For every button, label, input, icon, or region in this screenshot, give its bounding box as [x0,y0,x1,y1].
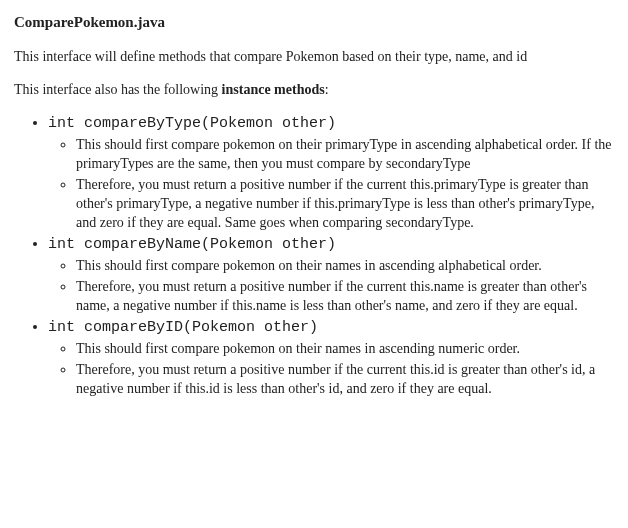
methods-intro-bold: instance methods [222,82,325,97]
intro-paragraph: This interface will define methods that … [14,48,614,67]
list-item: int compareByType(Pokemon other) This sh… [48,114,614,233]
method-signature: int compareByType(Pokemon other) [48,115,336,132]
page-title: ComparePokemon.java [14,12,614,32]
methods-intro-post: : [325,82,329,97]
method-detail-list: This should first compare pokemon on the… [48,136,614,232]
list-item: Therefore, you must return a positive nu… [76,278,614,316]
methods-list: int compareByType(Pokemon other) This sh… [14,114,614,399]
methods-intro: This interface also has the following in… [14,81,614,100]
method-signature: int compareByName(Pokemon other) [48,236,336,253]
list-item: int compareByID(Pokemon other) This shou… [48,318,614,399]
document-page: ComparePokemon.java This interface will … [0,0,628,419]
methods-intro-pre: This interface also has the following [14,82,222,97]
list-item: This should first compare pokemon on the… [76,340,614,359]
list-item: This should first compare pokemon on the… [76,257,614,276]
list-item: Therefore, you must return a positive nu… [76,361,614,399]
method-signature: int compareByID(Pokemon other) [48,319,318,336]
method-detail-list: This should first compare pokemon on the… [48,340,614,399]
method-detail-list: This should first compare pokemon on the… [48,257,614,316]
list-item: This should first compare pokemon on the… [76,136,614,174]
list-item: Therefore, you must return a positive nu… [76,176,614,233]
list-item: int compareByName(Pokemon other) This sh… [48,235,614,316]
